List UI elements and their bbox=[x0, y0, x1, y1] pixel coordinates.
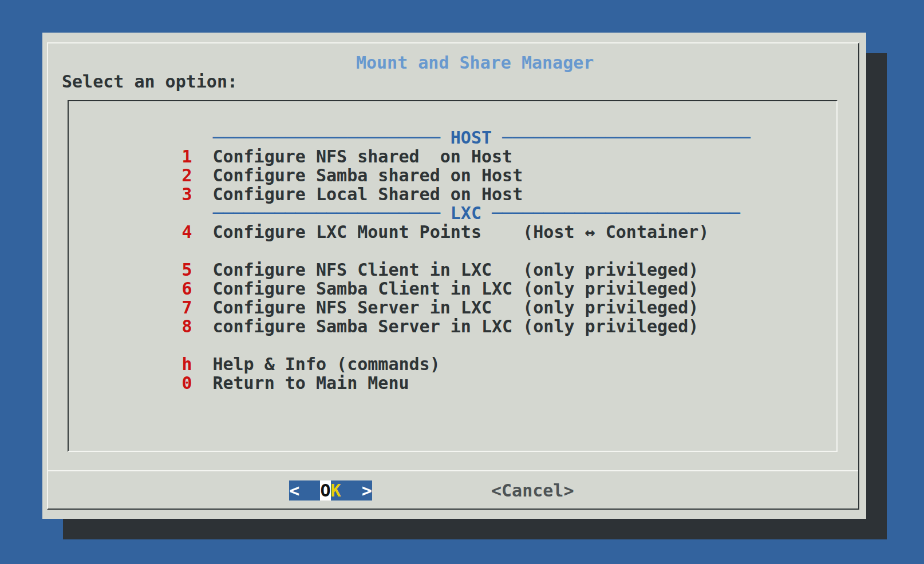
menu-item-key: 4 bbox=[181, 223, 212, 241]
menu-item-label: Return to Main Menu bbox=[212, 373, 409, 393]
menu-item-label: Help & Info (commands) bbox=[212, 354, 440, 374]
menu-item-key: 3 bbox=[181, 185, 212, 204]
menu-item-label: Configure NFS Server in LXC (only privil… bbox=[212, 297, 698, 317]
menu-item-key: 5 bbox=[181, 260, 212, 279]
menu-item-key: 1 bbox=[181, 147, 212, 166]
menu-item-5[interactable]: 5Configure NFS Client in LXC (only privi… bbox=[69, 241, 836, 260]
dialog-mount-share-manager: Mount and Share Manager Select an option… bbox=[42, 33, 866, 519]
ok-gap-right bbox=[341, 480, 362, 501]
menu-item-key: 2 bbox=[181, 166, 212, 185]
ok-bracket-left: < bbox=[289, 480, 299, 501]
menu-item-key: 0 bbox=[181, 374, 212, 392]
menu-section-host: ────────────────────── HOST ────────────… bbox=[69, 109, 836, 128]
section-line-lxc: ────────────────────── LXC ─────────────… bbox=[212, 203, 740, 223]
menu-item-key: h bbox=[181, 355, 212, 374]
menu-box: ────────────────────── HOST ────────────… bbox=[68, 100, 838, 452]
menu-item-label: Configure NFS Client in LXC (only privil… bbox=[212, 260, 698, 280]
ok-cursor-cell: O bbox=[320, 480, 330, 501]
cancel-button[interactable]: <Cancel> bbox=[491, 480, 574, 501]
menu-item-key: 6 bbox=[181, 279, 212, 298]
ok-gap-left bbox=[299, 480, 320, 501]
menu-item-h[interactable]: hHelp & Info (commands) bbox=[69, 336, 836, 355]
menu-item-label: Configure LXC Mount Points (Host ↔ Conta… bbox=[212, 222, 709, 242]
menu-item-label: Configure Samba Client in LXC (only priv… bbox=[212, 279, 698, 299]
section-line-host: ────────────────────── HOST ────────────… bbox=[212, 128, 750, 148]
dialog-title-text: Mount and Share Manager bbox=[349, 53, 601, 73]
menu-item-key: 8 bbox=[181, 317, 212, 336]
ok-label-rest: K bbox=[331, 480, 341, 501]
menu-item-key: 7 bbox=[181, 298, 212, 317]
prompt-text: Select an option: bbox=[62, 72, 238, 91]
menu-item-label: configure Samba Server in LXC (only priv… bbox=[212, 316, 698, 336]
ok-button[interactable]: < OK > bbox=[289, 480, 372, 501]
ok-bracket-right: > bbox=[362, 480, 372, 501]
menu-item-label: Configure Samba shared on Host bbox=[212, 165, 523, 185]
button-separator-line bbox=[48, 470, 858, 471]
terminal-screen: { "window": { "title": "Mount and Share … bbox=[0, 0, 924, 564]
menu-item-label: Configure Local Shared on Host bbox=[212, 184, 523, 204]
menu-item-label: Configure NFS shared on Host bbox=[212, 146, 512, 166]
